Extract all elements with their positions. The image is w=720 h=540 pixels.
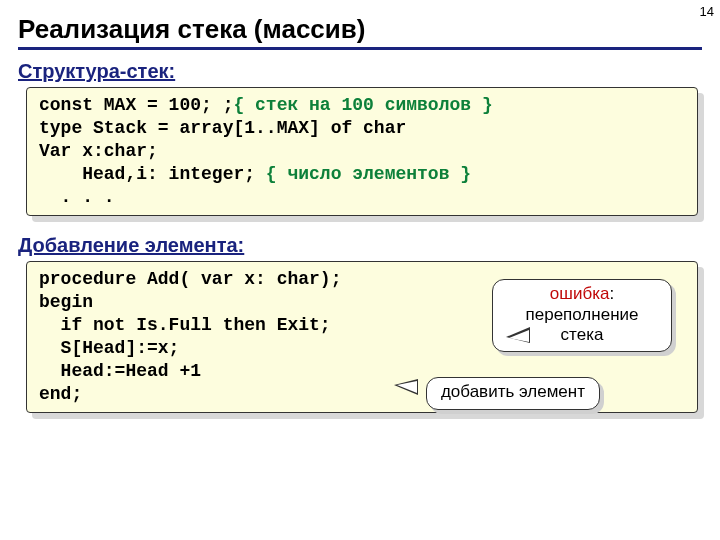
code-comment: { число элементов } <box>266 164 471 184</box>
code-content-1: const MAX = 100; ;{ стек на 100 символов… <box>26 87 698 216</box>
callout-add: добавить элемент <box>426 377 600 409</box>
code-line: end; <box>39 384 82 404</box>
callout-tail-icon <box>394 379 418 395</box>
code-line: . . . <box>39 187 115 207</box>
callout-tail-icon <box>506 327 530 343</box>
code-line: begin <box>39 292 93 312</box>
slide-title: Реализация стека (массив) <box>18 14 702 50</box>
code-line: Head:=Head +1 <box>39 361 201 381</box>
code-line: procedure Add( var x: char); <box>39 269 341 289</box>
code-line: type Stack = array[1..MAX] of char <box>39 118 406 138</box>
page-number: 14 <box>700 4 714 19</box>
code-block-1: const MAX = 100; ;{ стек на 100 символов… <box>26 87 698 216</box>
section-heading-2: Добавление элемента: <box>18 234 702 257</box>
code-line: Var x:char; <box>39 141 158 161</box>
code-line: const MAX = 100; ; <box>39 95 233 115</box>
slide: Реализация стека (массив) Структура-стек… <box>0 0 720 413</box>
code-line: S[Head]:=x; <box>39 338 179 358</box>
section-heading-1: Структура-стек: <box>18 60 702 83</box>
code-comment: { стек на 100 символов } <box>233 95 492 115</box>
code-line: Head,i: integer; <box>39 164 266 184</box>
callout-error-word: ошибка <box>550 284 610 303</box>
code-line: if not Is.Full then Exit; <box>39 315 331 335</box>
code-block-2: procedure Add( var x: char); begin if no… <box>26 261 698 413</box>
